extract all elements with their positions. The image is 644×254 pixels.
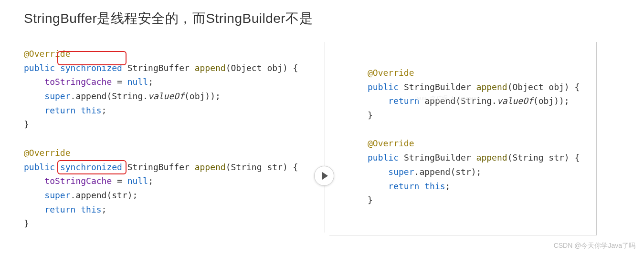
- params: (String str) {: [226, 162, 298, 172]
- right-code-block: @Override public StringBuilder append(Ob…: [368, 66, 596, 207]
- call-rest: .append(str);: [71, 190, 138, 200]
- call-rest: .append(str);: [414, 167, 482, 177]
- kw-this: this: [424, 181, 445, 191]
- kw-this: this: [81, 105, 101, 115]
- kw-public: public: [368, 82, 399, 92]
- annotation: @Override: [368, 138, 414, 148]
- static-call: valueOf: [497, 96, 533, 106]
- method-name: append: [476, 152, 507, 163]
- brace-close: }: [24, 218, 29, 228]
- semi: ;: [102, 105, 107, 115]
- params: (Object obj) {: [226, 63, 298, 73]
- panel-divider: [325, 42, 325, 233]
- kw-public: public: [24, 63, 55, 73]
- field-ref: toStringCache: [44, 176, 112, 186]
- play-button[interactable]: [314, 166, 334, 186]
- kw-synchronized: synchronized: [60, 162, 122, 172]
- left-code-block-1: @Override public synchronized StringBuff…: [24, 47, 310, 231]
- kw-super: super: [44, 91, 70, 101]
- kw-public: public: [24, 162, 55, 172]
- kw-public: public: [368, 152, 399, 163]
- kw-super: super: [388, 167, 414, 177]
- kw-super: super: [44, 190, 70, 200]
- semi: ;: [148, 176, 153, 186]
- kw-this: this: [81, 204, 101, 214]
- annotation: @Override: [24, 49, 71, 59]
- code-comparison: @Override public synchronized StringBuff…: [24, 42, 620, 235]
- semi: ;: [102, 204, 107, 214]
- kw-return: return: [44, 204, 75, 214]
- annotation: @Override: [24, 148, 71, 158]
- return-type: StringBuilder: [404, 152, 471, 163]
- static-call: valueOf: [148, 91, 184, 101]
- kw-null: null: [127, 176, 148, 186]
- method-name: append: [476, 82, 507, 92]
- play-icon: [322, 172, 328, 180]
- params: (Object obj) {: [507, 82, 580, 92]
- kw-null: null: [127, 77, 148, 87]
- brace-close: }: [24, 119, 29, 129]
- method-name: append: [195, 162, 226, 172]
- kw-synchronized: synchronized: [60, 63, 122, 73]
- return-type: StringBuffer: [127, 63, 190, 73]
- right-panel-stringbuilder: @Override public StringBuilder append(Ob…: [329, 42, 597, 235]
- csdn-watermark: CSDN @今天你学Java了吗: [554, 242, 635, 250]
- method-name: append: [195, 63, 226, 73]
- semi: ;: [445, 181, 451, 191]
- semi: ;: [148, 77, 153, 87]
- brace-close: }: [368, 195, 373, 205]
- assign: =: [112, 77, 127, 87]
- kw-return: return: [388, 96, 419, 106]
- return-type: StringBuilder: [404, 82, 471, 92]
- kw-return: return: [388, 181, 419, 191]
- left-panel-stringbuffer: @Override public synchronized StringBuff…: [24, 42, 320, 235]
- kw-return: return: [44, 105, 75, 115]
- page-title: StringBuffer是线程安全的，而StringBuilder不是: [24, 10, 620, 28]
- call-end: (obj));: [533, 96, 570, 106]
- params: (String str) {: [507, 152, 580, 163]
- field-ref: toStringCache: [44, 77, 112, 87]
- call-end: (obj));: [184, 91, 221, 101]
- return-type: StringBuffer: [127, 162, 190, 172]
- faded-watermark: lsuu_李佳琛_E_txvcevn: [415, 94, 480, 102]
- call: .append(String.: [71, 91, 148, 101]
- annotation: @Override: [368, 68, 414, 78]
- assign: =: [112, 176, 127, 186]
- brace-close: }: [368, 110, 373, 120]
